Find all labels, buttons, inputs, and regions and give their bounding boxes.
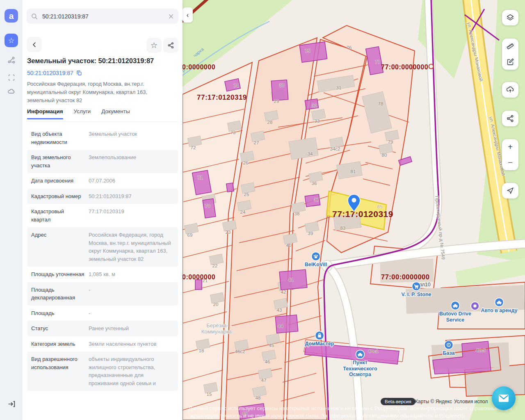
sidebar-item-favorites[interactable]: ☆ bbox=[5, 34, 18, 47]
tabs-divider bbox=[27, 121, 178, 122]
parcel-number: 47 bbox=[261, 378, 267, 383]
search-input[interactable] bbox=[41, 13, 168, 20]
share-button[interactable] bbox=[163, 38, 178, 53]
parcel-number: 39 bbox=[308, 231, 313, 236]
back-button[interactable] bbox=[27, 37, 42, 52]
locate-icon bbox=[506, 186, 515, 195]
parcel-number: 28 bbox=[267, 120, 273, 125]
row-value: Российская Федерация, город Москва, вн.т… bbox=[89, 231, 174, 263]
search-bar[interactable] bbox=[27, 9, 178, 24]
parcel-number: 81 bbox=[351, 169, 356, 174]
poi[interactable] bbox=[471, 302, 479, 310]
edit-button[interactable] bbox=[502, 54, 518, 70]
page-title: Земельный участок: 50:21:0120319:87 bbox=[27, 57, 178, 65]
table-row: Площадь декларированная- bbox=[27, 282, 178, 306]
layers-icon bbox=[506, 13, 515, 22]
row-label: Дата присвоения bbox=[31, 177, 89, 185]
share-icon bbox=[506, 114, 515, 123]
parcel-number: 30 bbox=[279, 83, 285, 88]
row-label: Площадь bbox=[31, 309, 89, 317]
sidebar-item-cloud[interactable] bbox=[5, 84, 18, 98]
search-icon bbox=[31, 13, 38, 20]
tab-1[interactable]: Услуги bbox=[74, 108, 91, 119]
parcel-number: 22 bbox=[212, 263, 218, 268]
map-canvas[interactable]: 757677743031297832283373277934с234802681… bbox=[183, 0, 525, 420]
terms-link[interactable]: Условия испол bbox=[454, 399, 488, 404]
parcel-number: 34с2 bbox=[330, 146, 340, 151]
control-group bbox=[502, 183, 518, 199]
settlement-label: Берёзка- bbox=[206, 322, 228, 329]
row-value: - bbox=[89, 286, 174, 302]
poi-label: BelKoVill bbox=[305, 262, 327, 267]
object-address: Российская Федерация, город Москва, вн.т… bbox=[27, 80, 175, 105]
maps-copyright: Карты © Яндекс bbox=[415, 399, 452, 404]
upload-button[interactable] bbox=[502, 82, 518, 98]
parcel-number: 31 bbox=[336, 85, 342, 90]
app-logo[interactable]: a bbox=[5, 9, 18, 23]
sidebar-item-select-area[interactable] bbox=[5, 71, 18, 84]
quarter-label: 77:00:0000000 bbox=[183, 274, 215, 281]
logout-icon bbox=[7, 399, 16, 409]
row-value: Ранее учтенный bbox=[89, 324, 174, 333]
zoom-in-button[interactable]: + bbox=[502, 139, 518, 155]
row-value: - bbox=[89, 309, 174, 317]
upload-icon bbox=[506, 85, 515, 94]
tab-0[interactable]: Информация bbox=[27, 108, 63, 119]
poi-label: Service bbox=[446, 317, 465, 323]
building-oks bbox=[203, 199, 216, 218]
quarter-label: 77:00:0000000 bbox=[381, 273, 429, 281]
control-group: +− bbox=[502, 139, 518, 170]
row-value: 1,085 кв. м bbox=[89, 270, 174, 278]
quarter-label: 77:00:0000000 bbox=[381, 64, 428, 71]
table-row: Дата присвоения07.07.2006 bbox=[27, 173, 178, 189]
zoom-out-button[interactable]: − bbox=[502, 155, 518, 170]
tab-2[interactable]: Документы bbox=[101, 108, 130, 119]
row-value: объекты индивидуального жилищного строит… bbox=[89, 355, 174, 387]
building-oks bbox=[195, 280, 202, 290]
parcel-number: 48 bbox=[256, 395, 261, 400]
poi-label: Осмотра bbox=[349, 372, 372, 377]
clear-search-icon[interactable] bbox=[168, 13, 174, 20]
nodes-icon bbox=[7, 56, 16, 65]
row-label: Категория земель bbox=[31, 340, 89, 348]
sidebar-item-geo-objects[interactable] bbox=[5, 53, 18, 67]
parcel-number: 72 bbox=[191, 145, 196, 150]
row-label: Кадастровый номер bbox=[31, 192, 89, 201]
beta-badge: Beta-версия bbox=[381, 398, 415, 405]
cadastral-map[interactable]: 757677743031297832283373277934с234802681… bbox=[183, 0, 525, 420]
icon-rail: a ☆ bbox=[0, 0, 23, 420]
parcel-number: 83 bbox=[340, 226, 346, 231]
parcel-number: 79 bbox=[388, 139, 393, 144]
parcel-number: 42 bbox=[281, 290, 286, 294]
parcel-number: 34 bbox=[308, 151, 313, 156]
logout-button[interactable] bbox=[5, 397, 18, 411]
locate-button[interactable] bbox=[502, 183, 518, 199]
control-group bbox=[502, 111, 518, 126]
table-row: Категория земельЗемли населенных пунктов bbox=[27, 336, 178, 352]
star-outline-icon: ☆ bbox=[151, 41, 158, 50]
ruler-button[interactable] bbox=[502, 39, 518, 54]
layers-button[interactable] bbox=[502, 10, 518, 25]
row-label: Площадь декларированная bbox=[31, 286, 89, 302]
parcel-number: 70 bbox=[205, 203, 210, 208]
poi-label: Пункт bbox=[353, 360, 368, 365]
table-row: Вид разрешенного использованияобъекты ин… bbox=[27, 352, 178, 391]
favorite-button[interactable]: ☆ bbox=[146, 38, 162, 53]
parcel-number: 36 bbox=[312, 181, 317, 186]
poi-label: V. I. P. Stone bbox=[402, 292, 431, 297]
copy-icon[interactable] bbox=[76, 70, 82, 76]
collapse-panel-button[interactable]: ‹ bbox=[183, 7, 193, 23]
parcel-number: 69 bbox=[187, 233, 193, 237]
table-row: Площадь- bbox=[27, 306, 178, 321]
parcel-number: 46с2 bbox=[235, 349, 245, 354]
parcel-number: 71 bbox=[198, 175, 203, 180]
object-actions: ☆ bbox=[27, 37, 178, 52]
cadastral-number-link[interactable]: 50:21:0120319:87 bbox=[27, 70, 82, 76]
chat-button[interactable] bbox=[492, 386, 516, 410]
parcel-number: 85 bbox=[377, 204, 383, 209]
row-value: Землепользование bbox=[89, 153, 174, 169]
parcel-number: 25 bbox=[244, 192, 249, 197]
share-button[interactable] bbox=[502, 111, 518, 126]
parcel-number: 27 bbox=[254, 140, 259, 145]
parcel-number: 32 bbox=[312, 103, 317, 108]
